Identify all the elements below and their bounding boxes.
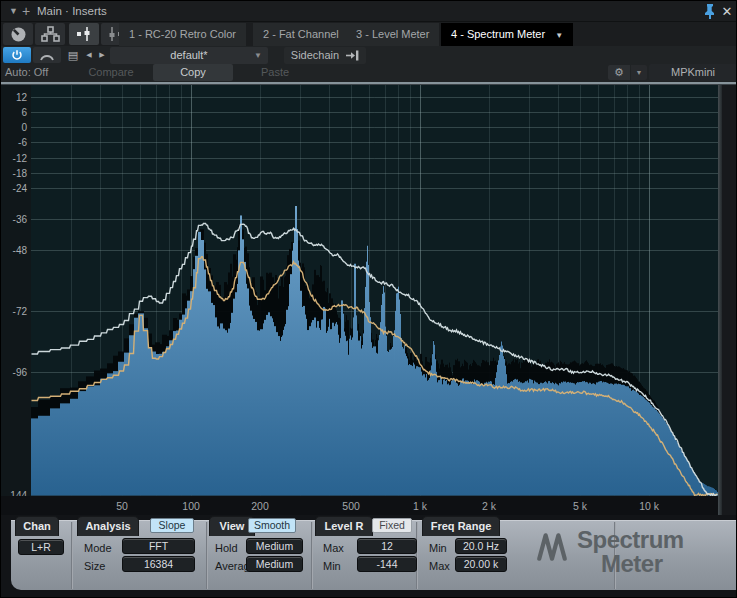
level-max-button[interactable]: 12 (357, 538, 417, 554)
average-value-button[interactable]: Medium (246, 556, 303, 572)
x-tick-label: 1 k (413, 500, 427, 512)
x-tick-label: 2 k (482, 500, 496, 512)
gear-icon[interactable]: ⚙ (608, 65, 630, 80)
section-tab-level-range[interactable]: Level R (315, 516, 373, 536)
y-tick-label: -48 (1, 245, 27, 256)
y-tick-label: -18 (1, 168, 27, 179)
panel-divider (416, 522, 418, 589)
freq-max-button[interactable]: 20.00 k (455, 556, 507, 572)
title-bar: ▼ + Main · Inserts ✕ (1, 1, 737, 22)
x-tick-label: 5 k (573, 500, 587, 512)
channel-strip-icon[interactable] (69, 23, 99, 45)
x-tick-label: 100 (182, 500, 200, 512)
level-max-label: Max (323, 541, 344, 555)
tab-spectrum-meter[interactable]: 4 - Spectrum Meter▼ (441, 23, 573, 46)
x-tick-label: 500 (342, 500, 360, 512)
x-tick-label: 200 (251, 500, 269, 512)
panel-divider (206, 522, 208, 589)
section-tab-chan[interactable]: Chan (15, 516, 59, 536)
routing-icon[interactable] (35, 23, 65, 45)
freq-max-label: Max (429, 559, 450, 573)
dial-curve-icon[interactable] (33, 47, 61, 63)
plugin-name-line2: Meter (601, 552, 663, 576)
y-tick-label: -12 (1, 153, 27, 164)
plugin-window: ▼ + Main · Inserts ✕ 1 - RC-20 Retro Col… (0, 0, 737, 598)
level-min-button[interactable]: -144 (357, 556, 417, 572)
channel-select-button[interactable]: L+R (18, 539, 64, 555)
next-preset-icon[interactable]: ▶ (96, 47, 108, 63)
insert-tab-bar: 1 - RC-20 Retro Color 2 - Fat Channel 3 … (1, 22, 737, 46)
close-icon[interactable]: ✕ (720, 1, 734, 22)
y-tick-label: -24 (1, 183, 27, 194)
preset-dropdown-icon[interactable]: ▼ (254, 47, 262, 64)
sidechain-icon (345, 49, 359, 62)
y-tick-label: 6 (1, 107, 27, 118)
y-tick-label: -96 (1, 367, 27, 378)
sidechain-label: Sidechain (291, 47, 339, 64)
smooth-toggle[interactable]: Smooth (248, 518, 296, 533)
automation-mode[interactable]: Auto: Off (5, 64, 48, 81)
gear-dropdown-icon[interactable]: ▼ (631, 65, 647, 80)
tab-spectrum-meter-label: 4 - Spectrum Meter (451, 28, 545, 40)
freq-min-label: Min (429, 541, 447, 555)
y-tick-label: 12 (1, 92, 27, 103)
slope-toggle[interactable]: Slope (150, 518, 194, 533)
add-insert-icon[interactable]: + (22, 1, 30, 22)
copy-button[interactable]: Copy (153, 64, 233, 81)
y-tick-label: 0 (1, 122, 27, 133)
panel-divider (311, 522, 313, 589)
y-tick-label: -6 (1, 137, 27, 148)
freq-min-button[interactable]: 20.0 Hz (455, 538, 507, 554)
tab-fat-channel[interactable]: 2 - Fat Channel (253, 23, 349, 46)
y-tick-label: -36 (1, 214, 27, 225)
plugin-name-line1: Spectrum (577, 528, 684, 552)
hold-value-button[interactable]: Medium (246, 538, 303, 554)
size-label: Size (84, 559, 105, 573)
pin-icon[interactable] (704, 4, 716, 19)
fixed-toggle[interactable]: Fixed (372, 518, 412, 533)
section-tab-freq-range[interactable]: Freq Range (422, 516, 500, 536)
preset-select[interactable]: default* ▼ (110, 47, 268, 64)
control-device-button[interactable]: MPKmini (649, 64, 737, 81)
window-title: Main · Inserts (37, 1, 107, 22)
panel-divider (71, 522, 73, 589)
right-margin (722, 85, 737, 515)
x-tick-label: 50 (116, 500, 128, 512)
mode-label: Mode (84, 541, 112, 555)
mode-value-button[interactable]: FFT (122, 538, 195, 554)
knob-icon[interactable] (3, 23, 33, 45)
size-value-button[interactable]: 16384 (122, 556, 195, 572)
tab-level-meter[interactable]: 3 - Level Meter (346, 23, 439, 46)
tab-rc20-retro-color[interactable]: 1 - RC-20 Retro Color (119, 23, 246, 46)
prev-preset-icon[interactable]: ◀ (83, 47, 95, 63)
paste-button[interactable]: Paste (235, 64, 315, 81)
preset-file-icon[interactable]: ▤ (65, 47, 81, 63)
y-tick-label: -72 (1, 306, 27, 317)
collapse-icon[interactable]: ▼ (9, 1, 18, 22)
spectrum-display (31, 85, 718, 496)
level-min-label: Min (323, 559, 341, 573)
preset-name: default* (170, 49, 207, 61)
presonus-logo-icon (534, 530, 570, 568)
x-tick-label: 10 k (639, 500, 659, 512)
hold-label: Hold (215, 541, 238, 555)
sidechain-button[interactable]: Sidechain (284, 47, 366, 64)
tab-dropdown-icon[interactable]: ▼ (555, 31, 563, 40)
compare-button[interactable]: Compare (71, 64, 151, 81)
section-tab-analysis[interactable]: Analysis (77, 516, 139, 536)
power-button[interactable] (3, 47, 31, 63)
